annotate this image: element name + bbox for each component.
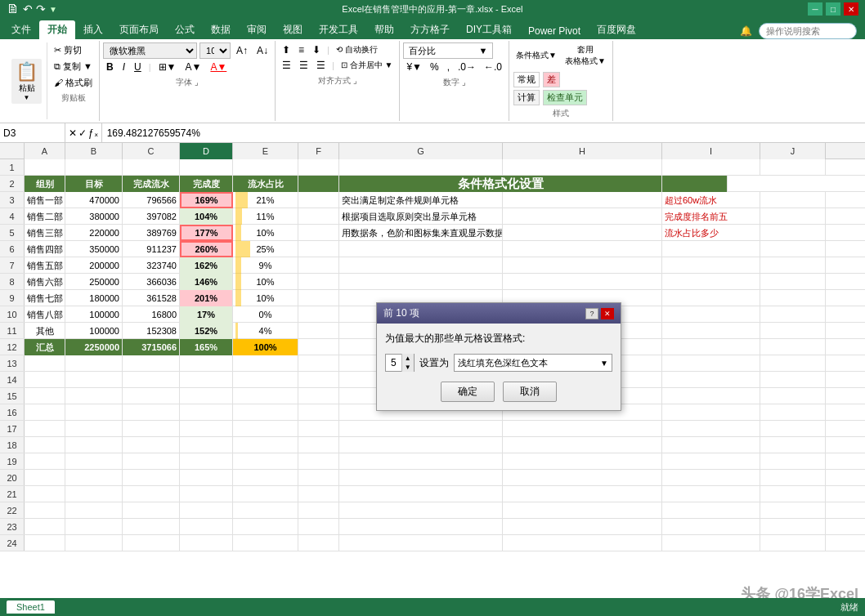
tab-data[interactable]: 数据 (203, 20, 239, 39)
cell-E5[interactable]: 10% (233, 225, 298, 241)
style-check[interactable]: 检查单元 (543, 90, 587, 105)
align-right-btn[interactable]: ☰ (313, 58, 329, 73)
cell-A3[interactable]: 销售一部 (25, 192, 65, 208)
cell-C7[interactable]: 323740 (123, 257, 180, 274)
cell-E9[interactable]: 10% (233, 290, 298, 306)
cell-J11[interactable] (760, 323, 826, 339)
cell-J7[interactable] (760, 257, 826, 274)
cell-J6[interactable] (760, 241, 826, 257)
row-num-16[interactable]: 16 (0, 404, 25, 420)
cell-F5[interactable] (298, 225, 339, 241)
row-num-19[interactable]: 19 (0, 453, 25, 469)
cell-H7[interactable] (503, 257, 662, 274)
cell-I5[interactable]: 流水占比多少 (662, 225, 760, 241)
formula-input[interactable] (102, 127, 865, 139)
row-num-3[interactable]: 3 (0, 192, 25, 208)
cell-A7[interactable]: 销售五部 (25, 257, 65, 274)
dialog-spin-up[interactable]: ▲ (402, 354, 414, 363)
tab-help[interactable]: 帮助 (366, 20, 402, 39)
col-header-F[interactable]: F (298, 143, 339, 159)
tab-baidu[interactable]: 百度网盘 (589, 20, 644, 39)
dialog-help-btn[interactable]: ? (585, 308, 598, 319)
cond-format-btn[interactable]: 条件格式▼ (513, 48, 560, 63)
cell-F8[interactable] (298, 274, 339, 290)
row-num-5[interactable]: 5 (0, 225, 25, 240)
row-num-14[interactable]: 14 (0, 372, 25, 387)
tab-insert[interactable]: 插入 (75, 20, 111, 39)
increase-font-btn[interactable]: A↑ (233, 43, 251, 58)
search-input[interactable] (759, 23, 857, 39)
row-num-1[interactable]: 1 (0, 159, 25, 175)
tab-home[interactable]: 开始 (39, 20, 75, 39)
row-num-15[interactable]: 15 (0, 388, 25, 404)
number-format-select[interactable]: 百分比▼ (403, 42, 493, 59)
cell-G8[interactable] (339, 274, 503, 290)
cell-A8[interactable]: 销售六部 (25, 274, 65, 290)
cell-F12[interactable] (298, 339, 339, 355)
cell-B6[interactable]: 350000 (65, 241, 123, 257)
align-center-btn[interactable]: ☰ (296, 58, 311, 73)
cell-C4[interactable]: 397082 (123, 208, 180, 225)
increase-decimal-btn[interactable]: .0→ (455, 60, 479, 74)
cell-G3[interactable]: 突出满足制定条件规则单元格 (339, 192, 503, 208)
cell-J10[interactable] (760, 306, 826, 323)
cell-D7[interactable]: 162% (180, 257, 233, 274)
cell-J3[interactable] (760, 192, 826, 208)
cell-H3[interactable] (503, 192, 662, 208)
cell-I7[interactable] (662, 257, 760, 274)
cell-H6[interactable] (503, 241, 662, 257)
underline-btn[interactable]: U (131, 60, 145, 74)
row-num-11[interactable]: 11 (0, 323, 25, 338)
cell-J1[interactable] (760, 159, 826, 176)
style-calc[interactable]: 计算 (513, 90, 540, 105)
cell-D4[interactable]: 104% (180, 208, 233, 225)
border-btn[interactable]: ⊞▼ (155, 60, 180, 74)
cell-J12[interactable] (760, 339, 826, 355)
table-format-btn[interactable]: 套用表格格式▼ (562, 42, 609, 69)
row-num-18[interactable]: 18 (0, 437, 25, 453)
cell-D8[interactable]: 146% (180, 274, 233, 290)
cell-I8[interactable] (662, 274, 760, 290)
row-num-21[interactable]: 21 (0, 486, 25, 502)
tab-pp[interactable]: Power Pivot (520, 23, 589, 39)
cell-G4[interactable]: 根据项目选取原则突出显示单元格 (339, 208, 503, 225)
currency-btn[interactable]: ¥▼ (403, 60, 425, 74)
col-header-A[interactable]: A (25, 143, 65, 159)
style-normal[interactable]: 常规 (513, 72, 540, 87)
maximize-btn[interactable]: □ (826, 2, 840, 16)
cell-C12[interactable]: 3715066 (123, 339, 180, 355)
cell-E10[interactable]: 0% (233, 306, 298, 323)
cell-A1[interactable] (25, 159, 65, 176)
cell-A10[interactable]: 销售八部 (25, 306, 65, 323)
font-size-select[interactable]: 10 (199, 42, 231, 59)
cell-D2[interactable]: 完成度 (180, 176, 233, 192)
row-num-9[interactable]: 9 (0, 290, 25, 306)
cell-D3[interactable]: 169% (180, 192, 233, 208)
cell-C11[interactable]: 152308 (123, 323, 180, 339)
cancel-formula-icon[interactable]: ✕ (69, 127, 77, 139)
bold-btn[interactable]: B (103, 60, 117, 74)
cell-A6[interactable]: 销售四部 (25, 241, 65, 257)
col-header-I[interactable]: I (662, 143, 760, 159)
select-all-btn[interactable] (0, 143, 25, 158)
cell-J5[interactable] (760, 225, 826, 241)
tab-diy[interactable]: DIY工具箱 (458, 20, 520, 39)
row-num-6[interactable]: 6 (0, 241, 25, 257)
cell-B4[interactable]: 380000 (65, 208, 123, 225)
cell-F7[interactable] (298, 257, 339, 274)
cell-C1[interactable] (123, 159, 180, 176)
tab-view[interactable]: 视图 (275, 20, 311, 39)
cell-E3[interactable]: 21% (233, 192, 298, 208)
row-num-24[interactable]: 24 (0, 535, 25, 551)
cell-B8[interactable]: 250000 (65, 274, 123, 290)
cell-A5[interactable]: 销售三部 (25, 225, 65, 241)
row-num-2[interactable]: 2 (0, 176, 25, 191)
cell-F9[interactable] (298, 290, 339, 306)
cell-B11[interactable]: 100000 (65, 323, 123, 339)
dialog-confirm-btn[interactable]: 确定 (441, 382, 495, 402)
tab-layout[interactable]: 页面布局 (111, 20, 167, 39)
font-name-select[interactable]: 微软雅黑 (103, 42, 197, 59)
cell-B7[interactable]: 200000 (65, 257, 123, 274)
cell-D9[interactable]: 201% (180, 290, 233, 306)
col-header-B[interactable]: B (65, 143, 123, 159)
